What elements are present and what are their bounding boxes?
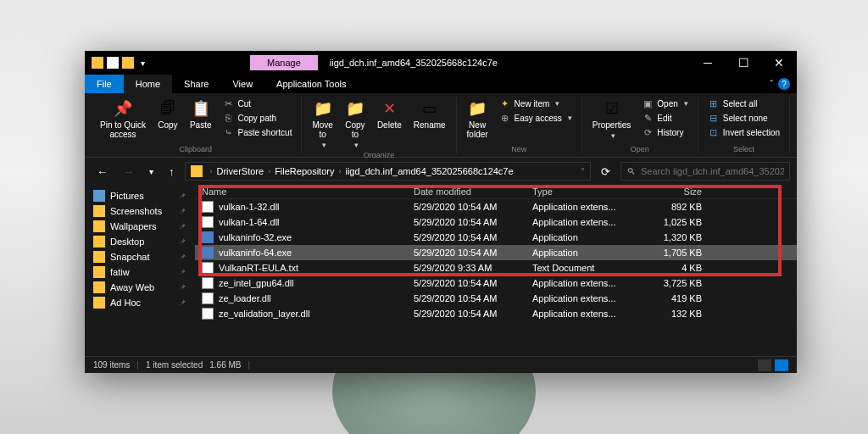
delete-button[interactable]: ✕Delete	[374, 97, 405, 131]
pin-icon: 📌︎	[179, 298, 186, 307]
table-row[interactable]: vulkaninfo-32.exe5/29/2020 10:54 AMAppli…	[195, 230, 797, 245]
cut-button[interactable]: ✂Cut	[220, 97, 295, 110]
breadcrumb[interactable]: › DriverStore › FileRepository › iigd_dc…	[185, 162, 592, 181]
new-folder-icon: 📁	[467, 98, 487, 119]
sidebar-item[interactable]: fatiw📌︎	[85, 264, 195, 280]
table-row[interactable]: vulkan-1-32.dll5/29/2020 10:54 AMApplica…	[195, 199, 797, 214]
paste-icon: 📋	[191, 98, 211, 119]
file-icon	[202, 231, 214, 243]
table-row[interactable]: vulkan-1-64.dll5/29/2020 10:54 AMApplica…	[195, 214, 797, 230]
sidebar-item[interactable]: Snapchat📌︎	[85, 249, 195, 264]
sidebar-item-label: Snapchat	[110, 252, 149, 262]
file-size: 1,320 KB	[643, 232, 702, 242]
col-date[interactable]: Date modified	[414, 186, 532, 197]
paste-button[interactable]: 📋 Paste	[186, 97, 215, 131]
ribbon: 📌 Pin to Quick access 🗐 Copy 📋 Paste ✂Cu…	[85, 93, 797, 158]
open-icon: ▣	[642, 97, 654, 109]
column-headers[interactable]: Name Date modified Type Size	[195, 185, 797, 199]
folder-icon	[92, 57, 103, 69]
table-row[interactable]: ze_validation_layer.dll5/29/2020 10:54 A…	[195, 306, 797, 321]
edit-button[interactable]: ✎Edit	[639, 111, 690, 125]
tab-share[interactable]: Share	[172, 75, 220, 93]
invert-selection-button[interactable]: ⊡Invert selection	[705, 125, 782, 139]
qat-overflow[interactable]: ▾	[141, 58, 145, 68]
col-size[interactable]: Size	[643, 186, 702, 197]
file-date: 5/29/2020 10:54 AM	[414, 293, 532, 303]
file-date: 5/29/2020 10:54 AM	[414, 309, 532, 319]
move-to-button[interactable]: 📁Move to▾	[309, 97, 336, 151]
new-item-button[interactable]: ✦New item▾	[497, 97, 575, 110]
breadcrumb-item[interactable]: DriverStore	[217, 166, 264, 176]
folder-icon	[93, 190, 105, 202]
tab-app-tools[interactable]: Application Tools	[264, 75, 358, 93]
properties-button[interactable]: ☑Properties▾	[589, 97, 635, 142]
file-name: ze_validation_layer.dll	[219, 309, 310, 319]
qat-icon-2[interactable]	[122, 57, 134, 69]
table-row[interactable]: VulkanRT-EULA.txt5/29/2020 9:33 AMText D…	[195, 260, 797, 275]
maximize-button[interactable]: ☐	[726, 51, 761, 75]
tab-home[interactable]: Home	[124, 75, 172, 93]
delete-icon: ✕	[379, 98, 399, 119]
breadcrumb-item[interactable]: iigd_dch.inf_amd64_352025668c124c7e	[345, 166, 513, 176]
rename-icon: ▭	[420, 98, 440, 119]
table-row[interactable]: vulkaninfo-64.exe5/29/2020 10:54 AMAppli…	[195, 245, 797, 260]
search-input[interactable]	[641, 166, 784, 176]
back-button[interactable]: ←	[92, 162, 113, 181]
sidebar-item[interactable]: Screenshots📌︎	[85, 203, 195, 219]
view-details-button[interactable]	[758, 359, 771, 371]
copy-button[interactable]: 🗐 Copy	[154, 97, 181, 131]
tab-view[interactable]: View	[220, 75, 264, 93]
properties-icon: ☑	[602, 98, 622, 119]
paste-shortcut-button[interactable]: ⤷Paste shortcut	[220, 125, 295, 139]
sidebar-item[interactable]: Desktop📌︎	[85, 234, 195, 249]
table-row[interactable]: ze_intel_gpu64.dll5/29/2020 10:54 AMAppl…	[195, 275, 797, 291]
sidebar-item[interactable]: Ad Hoc📌︎	[85, 295, 195, 310]
copy-path-button[interactable]: ⎘Copy path	[220, 111, 295, 125]
rename-button[interactable]: ▭Rename	[410, 97, 449, 131]
file-date: 5/29/2020 10:54 AM	[414, 217, 532, 227]
sidebar-item[interactable]: Away Web📌︎	[85, 280, 195, 295]
copy-to-button[interactable]: 📁Copy to▾	[342, 97, 369, 151]
pin-icon: 📌︎	[179, 207, 186, 215]
address-dropdown[interactable]: ˅	[581, 167, 585, 176]
file-list[interactable]: Name Date modified Type Size vulkan-1-32…	[195, 185, 797, 356]
sidebar-item[interactable]: Pictures📌︎	[85, 188, 195, 203]
file-type: Application extens...	[532, 309, 643, 319]
select-all-icon: ⊞	[708, 97, 720, 109]
open-button[interactable]: ▣Open▾	[639, 97, 690, 110]
forward-button[interactable]: →	[118, 162, 139, 181]
ribbon-collapse-icon[interactable]: ˆ	[770, 79, 773, 89]
close-button[interactable]: ✕	[761, 51, 797, 75]
recent-dropdown[interactable]: ▾	[144, 164, 159, 180]
minimize-button[interactable]: ─	[690, 51, 726, 75]
pin-to-quick-access-button[interactable]: 📌 Pin to Quick access	[97, 97, 149, 141]
new-folder-button[interactable]: 📁New folder	[464, 97, 492, 141]
file-icon	[202, 277, 214, 289]
file-name: VulkanRT-EULA.txt	[219, 263, 298, 273]
file-size: 1,025 KB	[643, 217, 702, 227]
shortcut-icon: ⤷	[223, 126, 235, 138]
navigation-pane[interactable]: Pictures📌︎Screenshots📌︎Wallpapers📌︎Deskt…	[85, 185, 195, 356]
help-icon[interactable]: ?	[778, 78, 790, 90]
up-button[interactable]: ↑	[164, 162, 180, 181]
ribbon-tabs: File Home Share View Application Tools ˆ…	[85, 75, 797, 93]
select-none-button[interactable]: ⊟Select none	[705, 111, 782, 125]
col-name[interactable]: Name	[202, 186, 414, 197]
select-all-button[interactable]: ⊞Select all	[705, 97, 782, 110]
col-type[interactable]: Type	[532, 186, 643, 197]
view-large-icons-button[interactable]	[775, 359, 788, 371]
qat-icon[interactable]	[107, 57, 119, 69]
sidebar-item[interactable]: Wallpapers📌︎	[85, 219, 195, 234]
history-button[interactable]: ⟳History	[639, 125, 690, 139]
breadcrumb-item[interactable]: FileRepository	[275, 166, 334, 176]
tab-file[interactable]: File	[85, 75, 124, 93]
group-open: Open	[631, 145, 649, 153]
refresh-button[interactable]: ⟳	[596, 162, 615, 181]
manage-tab[interactable]: Manage	[250, 55, 318, 70]
file-name: ze_loader.dll	[219, 293, 271, 303]
easy-access-button[interactable]: ⊕Easy access▾	[497, 111, 575, 125]
table-row[interactable]: ze_loader.dll5/29/2020 10:54 AMApplicati…	[195, 291, 797, 306]
search-box[interactable]: 🔍︎	[620, 162, 790, 181]
file-date: 5/29/2020 10:54 AM	[414, 248, 532, 258]
folder-icon	[93, 205, 105, 217]
